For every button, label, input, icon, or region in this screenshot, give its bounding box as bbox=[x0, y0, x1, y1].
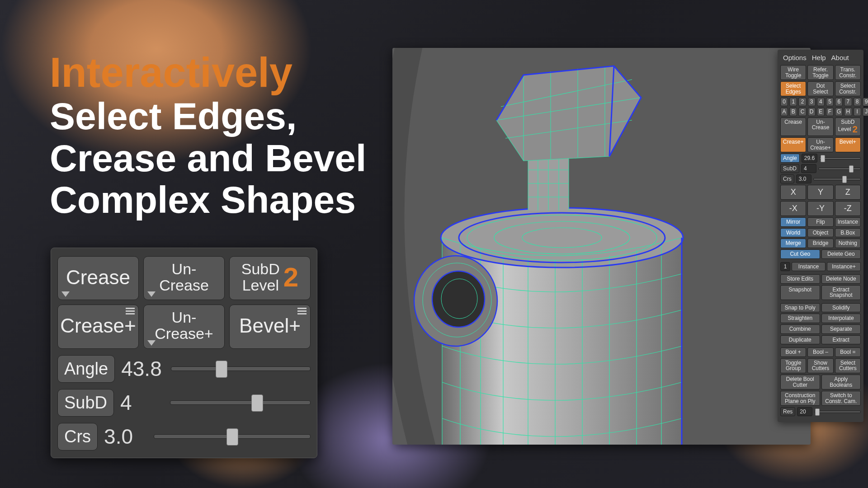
neg-axis-button[interactable]: -Z bbox=[835, 201, 861, 216]
flip-button[interactable]: Flip bbox=[807, 217, 833, 227]
polygroup-letter-button[interactable]: G bbox=[835, 108, 843, 116]
res-slider[interactable] bbox=[814, 411, 861, 413]
extract-snapshot-button[interactable]: Extract Snapshot bbox=[821, 285, 861, 300]
angle-slider-side[interactable] bbox=[819, 157, 861, 160]
select-constr-button[interactable]: Select Constr. bbox=[835, 81, 861, 96]
interpolate-button[interactable]: Interpolate bbox=[821, 314, 861, 323]
subd-label-side[interactable]: SubD bbox=[780, 164, 799, 173]
angle-slider[interactable] bbox=[171, 366, 311, 371]
polygroup-number-button[interactable]: 5 bbox=[826, 98, 834, 106]
axis-button[interactable]: Z bbox=[835, 185, 861, 200]
solidify-button[interactable]: Solidify bbox=[821, 303, 861, 313]
switch-constr-cam-button[interactable]: Switch to Constr. Cam. bbox=[821, 391, 861, 406]
uncrease-button-side[interactable]: Un- Crease bbox=[807, 117, 833, 136]
separate-button[interactable]: Separate bbox=[821, 324, 861, 334]
combine-button[interactable]: Combine bbox=[780, 324, 820, 334]
polygroup-number-button[interactable]: 9 bbox=[863, 98, 868, 106]
bridge-button[interactable]: Bridge bbox=[807, 239, 833, 248]
bool-minus-button[interactable]: Bool – bbox=[807, 347, 833, 357]
polygroup-letter-button[interactable]: F bbox=[826, 108, 834, 116]
subd-slider[interactable] bbox=[170, 400, 311, 405]
polygroup-number-button[interactable]: 6 bbox=[835, 98, 843, 106]
polygroup-number-button[interactable]: 7 bbox=[844, 98, 852, 106]
instance-mode-button[interactable]: Instance bbox=[835, 217, 861, 227]
polygroup-letter-button[interactable]: C bbox=[798, 108, 806, 116]
select-edges-button[interactable]: Select Edges bbox=[780, 81, 806, 96]
world-button[interactable]: World bbox=[780, 228, 806, 238]
subd-level-button[interactable]: SubD Level 2 bbox=[229, 256, 311, 300]
bool-eq-button[interactable]: Bool = bbox=[835, 347, 861, 357]
crease-plus-button[interactable]: Crease+ bbox=[57, 305, 139, 348]
bbox-button[interactable]: B.Box bbox=[835, 228, 861, 238]
subd-level-button-side[interactable]: SubD Level 2 bbox=[835, 117, 861, 136]
uncrease-plus-button[interactable]: Un- Crease+ bbox=[143, 305, 225, 348]
bevel-plus-button[interactable]: Bevel+ bbox=[229, 305, 311, 348]
mirror-button[interactable]: Mirror bbox=[780, 217, 806, 227]
polygroup-letter-button[interactable]: A bbox=[780, 108, 788, 116]
menu-help[interactable]: Help bbox=[812, 54, 826, 61]
3d-viewport[interactable] bbox=[392, 48, 811, 445]
cut-geo-button[interactable]: Cut Geo bbox=[780, 249, 820, 259]
menu-options[interactable]: Options bbox=[783, 54, 807, 61]
neg-axis-button[interactable]: -Y bbox=[807, 201, 833, 216]
instance-plus-button[interactable]: Instance+ bbox=[827, 262, 861, 272]
delete-bool-cutter-button[interactable]: Delete Bool Cutter bbox=[780, 375, 820, 389]
crs-label-side[interactable]: Crs bbox=[780, 174, 794, 183]
apply-booleans-button[interactable]: Apply Booleans bbox=[821, 375, 861, 389]
menu-about[interactable]: About bbox=[831, 54, 849, 61]
crease-button-side[interactable]: Crease bbox=[780, 117, 806, 136]
polygroup-letter-button[interactable]: J bbox=[863, 108, 868, 116]
merge-button[interactable]: Merge bbox=[780, 239, 806, 248]
subd-button[interactable]: SubD bbox=[57, 389, 114, 417]
trans-constr-button[interactable]: Trans. Constr. bbox=[835, 65, 861, 80]
store-edits-button[interactable]: Store Edits bbox=[780, 274, 820, 284]
dot-select-button[interactable]: Dot Select bbox=[807, 81, 833, 96]
polygroup-letter-button[interactable]: E bbox=[817, 108, 825, 116]
polygroup-number-button[interactable]: 4 bbox=[817, 98, 825, 106]
polygroup-number-button[interactable]: 2 bbox=[798, 98, 806, 106]
neg-axis-button[interactable]: -X bbox=[780, 201, 806, 216]
side-tool-panel: Options Help About Wire Toggle Refer. To… bbox=[778, 50, 863, 422]
crs-slider-side[interactable] bbox=[813, 178, 861, 180]
polygroup-number-button[interactable]: 8 bbox=[854, 98, 861, 106]
select-cutters-button[interactable]: Select Cutters bbox=[835, 358, 861, 373]
polygroup-letter-button[interactable]: H bbox=[844, 108, 852, 116]
extract-button[interactable]: Extract bbox=[821, 335, 861, 345]
duplicate-button[interactable]: Duplicate bbox=[780, 335, 820, 345]
snap-to-poly-button[interactable]: Snap to Poly bbox=[780, 303, 820, 313]
angle-button[interactable]: Angle bbox=[57, 355, 115, 383]
snapshot-button[interactable]: Snapshot bbox=[780, 285, 820, 300]
crease-button[interactable]: Crease bbox=[57, 256, 139, 300]
show-cutters-button[interactable]: Show Cutters bbox=[807, 358, 833, 373]
construction-plane-button[interactable]: Construction Plane on Ply bbox=[780, 391, 820, 406]
polygroup-letter-button[interactable]: B bbox=[789, 108, 797, 116]
axis-button[interactable]: Y bbox=[807, 185, 833, 200]
polygroup-letter-button[interactable]: I bbox=[854, 108, 861, 116]
toggle-group-button[interactable]: Toggle Group bbox=[780, 358, 806, 373]
instance-button[interactable]: Instance bbox=[792, 262, 826, 272]
crs-slider[interactable] bbox=[154, 434, 311, 439]
bool-plus-button[interactable]: Bool + bbox=[780, 347, 806, 357]
polygroup-letter-button[interactable]: D bbox=[808, 108, 816, 116]
uncrease-button[interactable]: Un- Crease bbox=[143, 256, 225, 300]
res-label[interactable]: Res bbox=[780, 407, 795, 416]
delete-geo-button[interactable]: Delete Geo bbox=[821, 249, 861, 259]
nothing-button[interactable]: Nothing bbox=[835, 239, 861, 248]
subd-slider-side[interactable] bbox=[818, 168, 861, 170]
angle-label-side[interactable]: Angle bbox=[780, 154, 800, 163]
crease-plus-side[interactable]: Crease+ bbox=[780, 137, 806, 152]
delete-node-button[interactable]: Delete Node bbox=[821, 274, 861, 284]
polygroup-number-button[interactable]: 3 bbox=[808, 98, 816, 106]
polygroup-number-button[interactable]: 1 bbox=[789, 98, 797, 106]
crs-button[interactable]: Crs bbox=[57, 423, 98, 450]
object-button[interactable]: Object bbox=[807, 228, 833, 238]
wire-toggle-button[interactable]: Wire Toggle bbox=[780, 65, 806, 80]
res-value: 20 bbox=[797, 407, 812, 416]
refer-toggle-button[interactable]: Refer. Toggle bbox=[807, 65, 833, 80]
axis-button[interactable]: X bbox=[780, 185, 806, 200]
straighten-button[interactable]: Straighten bbox=[780, 314, 820, 323]
bevel-plus-side[interactable]: Bevel+ bbox=[835, 137, 861, 152]
subd-level-number: 2 bbox=[283, 264, 298, 291]
uncrease-plus-side[interactable]: Un- Crease+ bbox=[807, 137, 833, 152]
polygroup-number-button[interactable]: 0 bbox=[780, 98, 788, 106]
